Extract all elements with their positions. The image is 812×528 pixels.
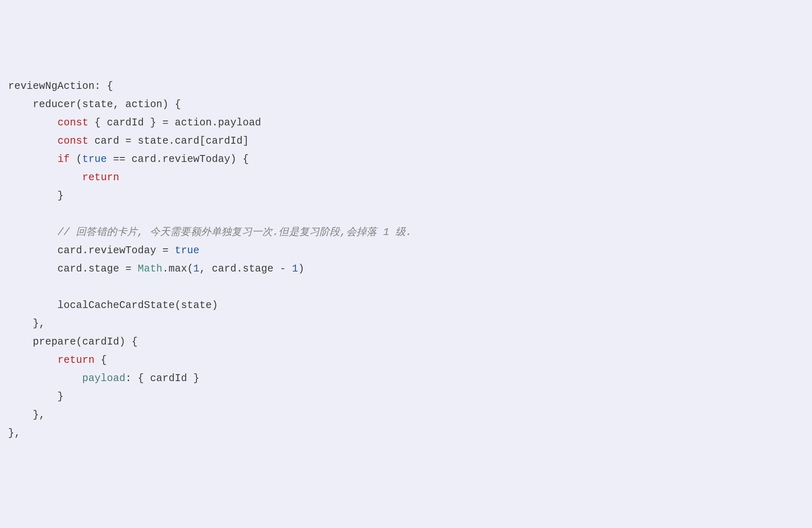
code-text: { [95, 354, 107, 366]
code-block: reviewNgAction: { reducer(state, action)… [8, 77, 804, 442]
code-text: } [8, 190, 64, 202]
keyword-const: const [58, 117, 89, 129]
code-text: reviewNgAction: { [8, 80, 113, 92]
class-math: Math [138, 263, 162, 275]
code-line: card.stage = Math.max(1, card.stage - 1) [8, 260, 804, 278]
code-text: ) [298, 263, 304, 275]
code-text: card.reviewToday = [8, 245, 175, 256]
code-line: } [8, 388, 804, 406]
code-text: }, [8, 427, 20, 439]
code-text: .max( [162, 263, 193, 275]
code-line: prepare(cardId) { [8, 333, 804, 351]
code-text: == card.reviewToday) { [107, 153, 249, 165]
code-text [8, 208, 14, 220]
code-line: reducer(state, action) { [8, 95, 804, 114]
code-line: reviewNgAction: { [8, 77, 804, 95]
keyword-const: const [58, 135, 89, 147]
code-line: if (true == card.reviewToday) { [8, 150, 804, 168]
code-text: ( [70, 153, 82, 165]
code-text: }, [8, 409, 45, 421]
code-text: , card.stage - [199, 263, 292, 275]
boolean-true: true [82, 153, 107, 165]
code-text: card = state.card[cardId] [89, 135, 249, 147]
code-line: const { cardId } = action.payload [8, 114, 804, 132]
code-text: { cardId } = action.payload [89, 117, 261, 129]
code-text: reducer(state, action) { [8, 99, 181, 110]
code-text [8, 172, 82, 183]
code-line: } [8, 187, 804, 205]
code-text [8, 281, 14, 293]
code-text [8, 117, 58, 129]
code-comment: // 回答错的卡片, 今天需要额外单独复习一次.但是复习阶段,会掉落 1 级. [58, 226, 412, 238]
code-line: }, [8, 406, 804, 424]
property-payload: payload [82, 373, 125, 384]
code-text: } [8, 391, 64, 403]
code-line: card.reviewToday = true [8, 241, 804, 260]
code-text [8, 354, 58, 366]
number-literal: 1 [292, 263, 298, 275]
code-line [8, 205, 804, 223]
code-text: localCacheCardState(state) [8, 300, 218, 311]
code-text: card.stage = [8, 263, 138, 275]
code-line: }, [8, 424, 804, 442]
boolean-true: true [175, 245, 199, 256]
code-line: const card = state.card[cardId] [8, 132, 804, 150]
code-line: payload: { cardId } [8, 369, 804, 388]
keyword-if: if [58, 153, 70, 165]
code-line [8, 278, 804, 296]
code-text [8, 373, 82, 384]
code-line: // 回答错的卡片, 今天需要额外单独复习一次.但是复习阶段,会掉落 1 级. [8, 223, 804, 241]
number-literal: 1 [193, 263, 199, 275]
code-text: : { cardId } [125, 373, 199, 384]
code-text [8, 135, 58, 147]
code-line: localCacheCardState(state) [8, 296, 804, 315]
keyword-return: return [82, 172, 119, 183]
code-line: return [8, 168, 804, 187]
code-line: }, [8, 315, 804, 333]
code-text: }, [8, 318, 45, 330]
code-text [8, 153, 58, 165]
code-text [8, 226, 58, 238]
code-text: prepare(cardId) { [8, 336, 138, 348]
code-line: return { [8, 351, 804, 369]
keyword-return: return [58, 354, 95, 366]
